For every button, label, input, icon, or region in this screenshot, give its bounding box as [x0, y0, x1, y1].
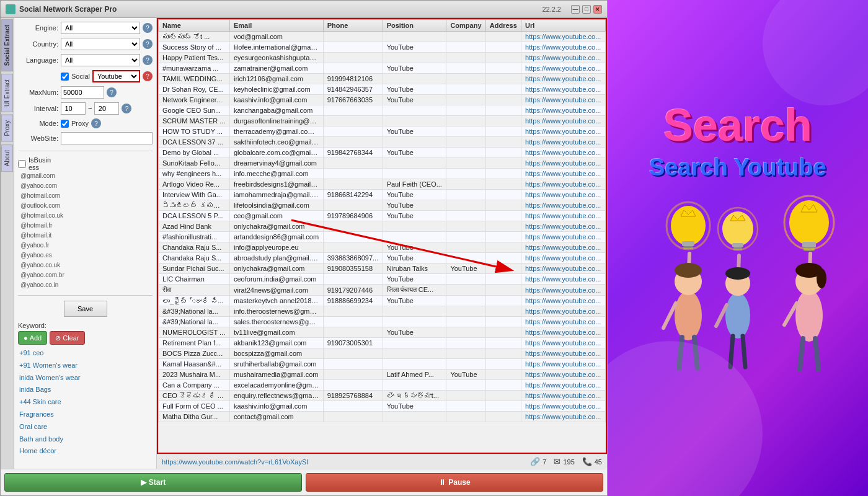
mode-help-button[interactable]: ?	[91, 118, 101, 128]
interval-help-button[interactable]: ?	[122, 104, 131, 113]
cell-phone	[323, 327, 383, 338]
social-checkbox[interactable]	[61, 73, 69, 81]
keyword-item[interactable]: inida Bags	[19, 384, 153, 396]
cell-position: లెం ఇర్నంత్యాt...	[383, 391, 446, 401]
country-help-button[interactable]: ?	[143, 39, 153, 49]
tab-ui-extract[interactable]: UI Extract	[1, 74, 13, 112]
clear-keyword-button[interactable]: ⊘ Clear	[50, 331, 84, 345]
table-row[interactable]: SCRUM MASTER ...durgasoftonlinetraining@…	[159, 116, 606, 126]
cell-name: యూట్యూబ్ కోt ...	[159, 32, 230, 42]
table-row[interactable]: Chandaka Raju S...info@applyeurope.euYou…	[159, 242, 606, 253]
table-row[interactable]: Matha Ditha Gur...contact@gmail.comhttps…	[159, 412, 606, 422]
table-row[interactable]: లు_ఫైట్ ్రంథి వి...masterkeytvch annel20…	[159, 296, 606, 306]
cell-company	[446, 179, 485, 190]
pause-button[interactable]: ⏸ Pause	[306, 473, 603, 492]
table-row[interactable]: Artlogo Video Re...freebirdsdesigns1@gma…	[159, 179, 606, 190]
table-row[interactable]: Happy Patient Tes...eyesurgeonkashishgup…	[159, 53, 606, 63]
table-row[interactable]: Retirement Plan f...akbanik123@gmail.com…	[159, 338, 606, 348]
proxy-checkbox[interactable]	[61, 120, 69, 128]
table-row[interactable]: DCA LESSON 37 ...sakthiinfotech.ceo@gmai…	[159, 137, 606, 148]
cell-email: zamatrainer@gmail.com	[229, 63, 323, 74]
table-row[interactable]: Kamal Haasan&#...sruthiherballab@gmail.c…	[159, 359, 606, 370]
table-row[interactable]: &#39;National la...info.theroosternews@g…	[159, 306, 606, 317]
cell-position: YouTube	[383, 42, 446, 53]
keyword-item[interactable]: +44 Skin care	[19, 396, 153, 409]
keyword-item[interactable]: Bath and body	[19, 433, 153, 446]
maximize-button[interactable]: □	[582, 5, 591, 14]
cell-phone: 914842946357	[323, 84, 383, 95]
table-row[interactable]: CEO కొదొడుక థి ...enquiry.reflectnews@gm…	[159, 391, 606, 401]
table-row[interactable]: 2023 Mushaira M...mushairamedia@gmail.co…	[159, 370, 606, 380]
keyword-item[interactable]: Oral care	[19, 421, 153, 433]
is-business-checkbox[interactable]	[18, 160, 26, 168]
start-button[interactable]: ▶ Start	[4, 473, 302, 492]
minimize-button[interactable]: —	[571, 5, 580, 14]
status-links: 🔗 7	[530, 457, 546, 466]
website-input[interactable]	[61, 132, 153, 144]
table-row[interactable]: Full Form of CEO ...kaashiv.info@gmail.c…	[159, 401, 606, 412]
language-select[interactable]: All	[61, 54, 140, 66]
table-row[interactable]: HOW TO STUDY ...therracademy@gmail.com..…	[159, 126, 606, 137]
tab-proxy[interactable]: Proxy	[1, 115, 13, 142]
table-row[interactable]: Google CEO Sun...kanchangaba@gmail.comht…	[159, 105, 606, 116]
save-button[interactable]: Save	[64, 301, 107, 317]
table-row[interactable]: Interview With Ga...iamohammedraja@gmail…	[159, 190, 606, 200]
social-checkbox-label[interactable]: Social	[61, 73, 90, 81]
col-name: Name	[159, 20, 230, 32]
table-row[interactable]: Demo by Global ...globalcare.com.co@gmai…	[159, 148, 606, 158]
email-domain-item: @yahoo.com.br	[20, 270, 153, 280]
table-row[interactable]: Dr Sohan Roy, CE...keyholeclinic@gmail.c…	[159, 84, 606, 95]
country-select[interactable]: All	[61, 38, 140, 50]
table-row[interactable]: Chandaka Raju S...abroadstudy plan@gmail…	[159, 253, 606, 264]
keyword-item[interactable]: +91 ceo	[19, 347, 153, 360]
interval-max-input[interactable]	[94, 102, 119, 115]
table-row[interactable]: why #engineers h...info.mecche@gmail.com…	[159, 169, 606, 179]
table-row[interactable]: #munawarzama ...zamatrainer@gmail.comYou…	[159, 63, 606, 74]
cell-position: YouTube	[383, 327, 446, 338]
table-row[interactable]: DCA LESSON 5 P...ceo@gmail.com9197896849…	[159, 211, 606, 221]
is-business-checkbox-label[interactable]: IsBusiness	[18, 156, 51, 171]
engine-help-button[interactable]: ?	[143, 23, 153, 33]
maxnum-input[interactable]: 50000	[61, 86, 104, 99]
table-row[interactable]: LIC Chairmanceoforum.india@gmail.comYouT…	[159, 274, 606, 285]
cell-phone	[323, 274, 383, 285]
cell-company	[446, 242, 485, 253]
table-row[interactable]: Success Story of ...lilofee.internationa…	[159, 42, 606, 53]
table-row[interactable]: TAMIL WEDDING...irich12106@gmail.com9199…	[159, 74, 606, 84]
social-help-button[interactable]: ?	[143, 71, 153, 81]
social-label: Social	[71, 73, 90, 80]
close-button[interactable]: ✕	[593, 5, 602, 14]
table-row[interactable]: Can a Company ...excelacademyonline@gmai…	[159, 380, 606, 391]
keyword-item[interactable]: +91 Women's wear	[19, 360, 153, 372]
table-row[interactable]: रीवाvirat24news@gmail.com919179207446जिल…	[159, 285, 606, 296]
cell-phone	[323, 380, 383, 391]
tab-social-extract[interactable]: Social Extract	[1, 19, 13, 71]
cell-email: contact@gmail.com	[229, 412, 323, 422]
table-row[interactable]: BOCS Pizza Zucc...bocspizza@gmail.comhtt…	[159, 348, 606, 359]
keyword-item[interactable]: Home décor	[19, 445, 153, 458]
keyword-item[interactable]: Fragrances	[19, 409, 153, 421]
table-row[interactable]: SunoKitaab Fello...dreamervinay4@gmail.c…	[159, 158, 606, 169]
table-row[interactable]: యూట్యూబ్ కోt ...vod@gmail.comhttps://www…	[159, 32, 606, 42]
cell-address	[485, 63, 521, 74]
table-row[interactable]: #fashionillustrati...artanddesign86@gmai…	[159, 232, 606, 242]
pause-icon: ⏸	[438, 478, 446, 487]
table-row[interactable]: Sundar Pichai Suc...onlychakra@gmail.com…	[159, 264, 606, 274]
proxy-checkbox-label[interactable]: Proxy	[61, 120, 89, 128]
engine-select[interactable]: All	[61, 22, 140, 34]
social-select[interactable]: Youtube Facebook Twitter	[92, 70, 140, 82]
table-row[interactable]: Network Engineer...kaashiv.info@gmail.co…	[159, 95, 606, 105]
cell-email: ceoforum.india@gmail.com	[229, 274, 323, 285]
table-row[interactable]: NUMEROLOGIST ...tv11live@gmail.comYouTub…	[159, 327, 606, 338]
table-row[interactable]: స్సుజీలల్ కయ...lifetoolsindia@gmail.comY…	[159, 200, 606, 211]
table-row[interactable]: Azad Hind Bankonlychakra@gmail.comhttps:…	[159, 221, 606, 232]
table-row[interactable]: &#39;National la...sales.theroosternews@…	[159, 317, 606, 327]
data-table-container[interactable]: Name Email Phone Position Company Addres…	[157, 18, 607, 454]
maxnum-help-button[interactable]: ?	[107, 87, 117, 97]
keyword-item[interactable]: inida Women's wear	[19, 372, 153, 384]
tab-about[interactable]: About	[1, 144, 13, 172]
cell-position	[383, 317, 446, 327]
add-keyword-button[interactable]: ● Add	[18, 331, 47, 345]
language-help-button[interactable]: ?	[143, 55, 153, 65]
interval-min-input[interactable]	[61, 102, 86, 115]
